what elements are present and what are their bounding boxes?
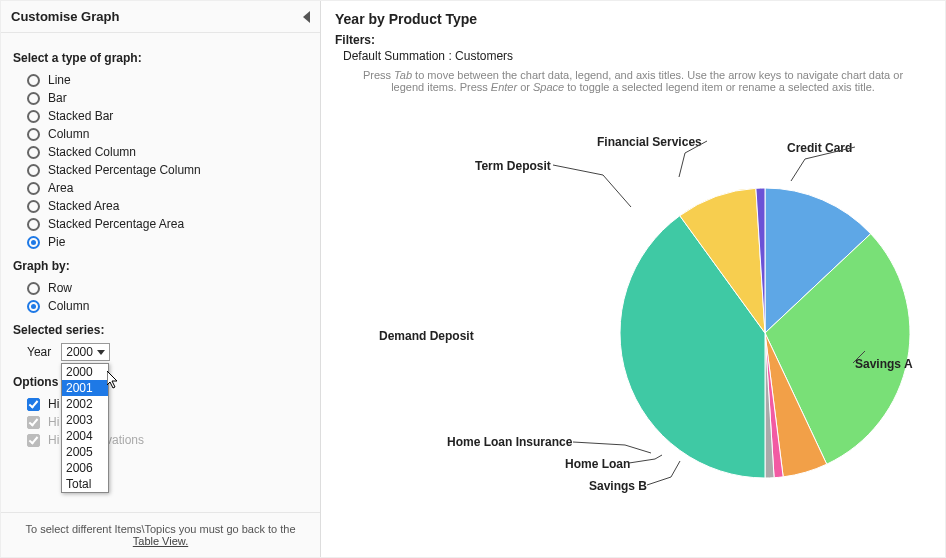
radio-label: Area: [48, 181, 73, 195]
radio-icon: [27, 146, 40, 159]
options-label: Options: [13, 375, 308, 389]
graph-type-column[interactable]: Column: [13, 125, 308, 143]
graph-type-label: Select a type of graph:: [13, 51, 308, 65]
chart-area: Credit Card Savings A Savings B Home Loa…: [335, 97, 931, 517]
graph-type-stacked-pct-area[interactable]: Stacked Percentage Area: [13, 215, 308, 233]
app-root: Customise Graph Select a type of graph: …: [0, 0, 946, 558]
cursor-icon: [107, 371, 121, 389]
radio-icon: [27, 200, 40, 213]
radio-label: Column: [48, 299, 89, 313]
radio-icon: [27, 218, 40, 231]
sidebar-header: Customise Graph: [1, 1, 320, 33]
table-view-link[interactable]: Table View.: [133, 535, 188, 547]
radio-label: Row: [48, 281, 72, 295]
chevron-down-icon: [97, 350, 105, 355]
filters-line: Default Summation : Customers: [343, 49, 931, 63]
year-option-2000[interactable]: 2000: [62, 364, 108, 380]
series-row: Year 2000 2000 2001 2002 2003 2004 2005 …: [13, 343, 308, 361]
radio-icon: [27, 164, 40, 177]
graph-type-bar[interactable]: Bar: [13, 89, 308, 107]
graph-type-line[interactable]: Line: [13, 71, 308, 89]
graph-type-stacked-pct-column[interactable]: Stacked Percentage Column: [13, 161, 308, 179]
graph-type-area[interactable]: Area: [13, 179, 308, 197]
year-select[interactable]: 2000: [61, 343, 110, 361]
hint-text: to toggle a selected legend item or rena…: [564, 81, 875, 93]
sidebar-title: Customise Graph: [11, 9, 119, 24]
check-label: Hi: [48, 397, 59, 411]
radio-icon: [27, 128, 40, 141]
option-hide-totals: Hi als: [13, 413, 308, 431]
checkbox-icon: [27, 416, 40, 429]
graph-by-label: Graph by:: [13, 259, 308, 273]
year-option-2002[interactable]: 2002: [62, 396, 108, 412]
radio-label: Stacked Area: [48, 199, 119, 213]
radio-icon: [27, 92, 40, 105]
hint-key: Tab: [394, 69, 412, 81]
radio-label: Stacked Column: [48, 145, 136, 159]
year-option-2004[interactable]: 2004: [62, 428, 108, 444]
radio-label: Stacked Bar: [48, 109, 113, 123]
radio-label: Bar: [48, 91, 67, 105]
checkbox-icon: [27, 398, 40, 411]
radio-icon: [27, 282, 40, 295]
radio-icon: [27, 74, 40, 87]
graph-type-pie[interactable]: Pie: [13, 233, 308, 251]
radio-label: Stacked Percentage Area: [48, 217, 184, 231]
radio-label: Pie: [48, 235, 65, 249]
year-option-2005[interactable]: 2005: [62, 444, 108, 460]
radio-icon: [27, 110, 40, 123]
year-option-2003[interactable]: 2003: [62, 412, 108, 428]
sidebar: Customise Graph Select a type of graph: …: [1, 1, 321, 557]
keyboard-hint: Press Tab to move between the chart data…: [355, 69, 911, 93]
leader-lines: [335, 97, 946, 517]
radio-icon: [27, 300, 40, 313]
series-name: Year: [27, 345, 51, 359]
graph-by-column[interactable]: Column: [13, 297, 308, 315]
main-panel: Year by Product Type Filters: Default Su…: [321, 1, 945, 557]
option-hide-empty[interactable]: Hi: [13, 395, 308, 413]
graph-type-stacked-area[interactable]: Stacked Area: [13, 197, 308, 215]
year-option-2001[interactable]: 2001: [62, 380, 108, 396]
radio-label: Column: [48, 127, 89, 141]
sidebar-body: Select a type of graph: Line Bar Stacked…: [1, 33, 320, 512]
graph-type-stacked-column[interactable]: Stacked Column: [13, 143, 308, 161]
year-option-2006[interactable]: 2006: [62, 460, 108, 476]
chart-title: Year by Product Type: [335, 11, 931, 27]
year-dropdown: 2000 2001 2002 2003 2004 2005 2006 Total: [61, 363, 109, 493]
hint-key: Enter: [491, 81, 517, 93]
footer-text: To select different Items\Topics you mus…: [25, 523, 295, 535]
collapse-icon[interactable]: [303, 11, 310, 23]
radio-label: Stacked Percentage Column: [48, 163, 201, 177]
radio-icon: [27, 182, 40, 195]
radio-label: Line: [48, 73, 71, 87]
hint-text: or: [517, 81, 533, 93]
graph-by-row[interactable]: Row: [13, 279, 308, 297]
checkbox-icon: [27, 434, 40, 447]
radio-icon: [27, 236, 40, 249]
hint-key: Space: [533, 81, 564, 93]
year-option-total[interactable]: Total: [62, 476, 108, 492]
graph-type-stacked-bar[interactable]: Stacked Bar: [13, 107, 308, 125]
option-hide-derivations: Hi erivations: [13, 431, 308, 449]
hint-text: Press: [363, 69, 394, 81]
year-select-value: 2000: [66, 345, 93, 359]
selected-series-label: Selected series:: [13, 323, 308, 337]
filters-label: Filters:: [335, 33, 931, 47]
sidebar-footer: To select different Items\Topics you mus…: [1, 512, 320, 557]
